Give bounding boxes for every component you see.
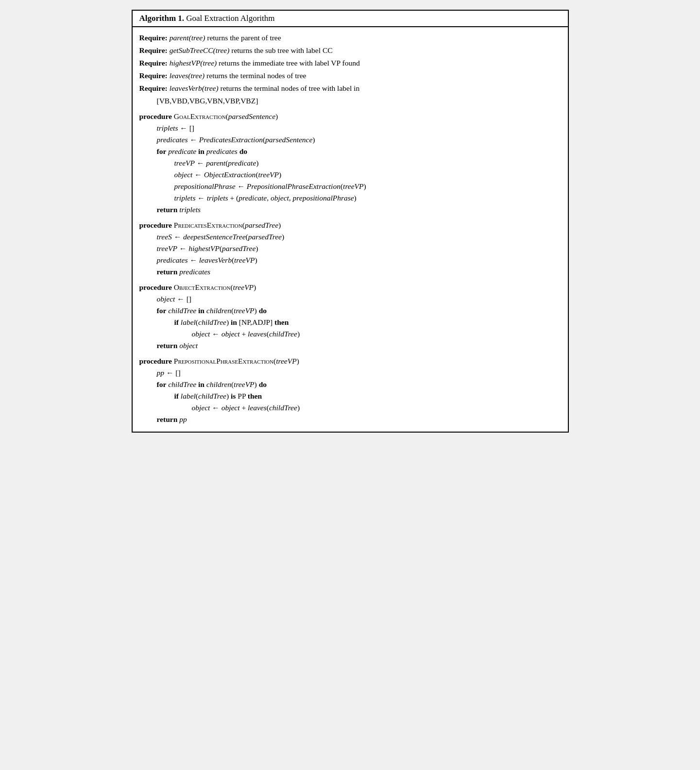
require-func-1: parent(tree) [170,33,205,42]
algorithm-header: Algorithm 1. Goal Extraction Algorithm [133,11,568,27]
line-for-childtree-pp: for childTree in children(treeVP) do [139,379,561,390]
line-pp-init: pp ← [] [139,367,561,379]
procedure-keyword-2: procedure [139,221,174,229]
line-treeS-assign: treeS ← deepestSentenceTree(parsedTree) [139,231,561,243]
proc-name-4: PrepositionalPhraseExtraction [174,357,273,365]
require-keyword-4: Require: [139,71,168,80]
require-func-3: highestVP(tree) [170,59,217,67]
line-for-predicate: for predicate in predicates do [139,146,561,157]
require-desc-2: returns the sub tree with label CC [231,46,332,54]
line-predicates-assign: predicates ← PredicatesExtraction(parsed… [139,134,561,146]
line-if-label-pp: if label(childTree) is PP then [139,390,561,402]
require-desc-1: returns the parent of tree [207,33,281,42]
line-treeVP-assign: treeVP ← parent(predicate) [139,157,561,169]
line-treeVP2-assign: treeVP ← highestVP(parsedTree) [139,243,561,254]
procedure-keyword-1: procedure [139,112,174,120]
require-func-5: leavesVerb(tree) [170,84,219,92]
line-return-triplets: return triplets [139,204,561,216]
require-line-3: Require: highestVP(tree) returns the imm… [139,57,561,69]
algorithm-label: Algorithm 1. [139,14,185,23]
line-triplets-update: triplets ← triplets + (predicate, object… [139,192,561,204]
line-return-pp: return pp [139,414,561,425]
line-pp-assign: prepositionalPhrase ← PrepositionalPhras… [139,181,561,192]
line-triplets-init: triplets ← [] [139,122,561,134]
proc-predicates-header: procedure PredicatesExtraction(parsedTre… [139,219,561,231]
require-label-list: [VB,VBD,VBG,VBN,VBP,VBZ] [139,95,561,107]
procedure-predicates-extraction: procedure PredicatesExtraction(parsedTre… [139,219,561,278]
require-line-4: Require: leaves(tree) returns the termin… [139,70,561,82]
require-func-2: getSubTreeCC(tree) [170,46,230,54]
line-object-update: object ← object + leaves(childTree) [139,328,561,340]
line-return-predicates: return predicates [139,266,561,278]
proc-name-2: PredicatesExtraction [174,221,242,229]
label-list-text: [VB,VBD,VBG,VBN,VBP,VBZ] [157,97,258,105]
proc-param-2: parsedTree [245,221,278,229]
procedure-keyword-4: procedure [139,357,174,365]
line-return-object: return object [139,340,561,352]
algorithm-body: Require: parent(tree) returns the parent… [133,27,568,432]
proc-goal-header: procedure GoalExtraction(parsedSentence) [139,111,561,122]
proc-param-3: treeVP [233,283,254,291]
require-keyword-2: Require: [139,46,168,54]
algorithm-title: Goal Extraction Algorithm [186,14,274,23]
require-desc-5: returns the terminal nodes of tree with … [221,84,360,92]
line-for-childtree: for childTree in children(treeVP) do [139,305,561,317]
proc-object-header: procedure ObjectExtraction(treeVP) [139,282,561,293]
line-object-init: object ← [] [139,293,561,305]
require-func-4: leaves(tree) [170,71,205,80]
require-keyword-5: Require: [139,84,168,92]
require-line-5: Require: leavesVerb(tree) returns the te… [139,83,561,94]
procedure-pp-extraction: procedure PrepositionalPhraseExtraction(… [139,355,561,425]
proc-name-1: GoalExtraction [174,112,226,120]
proc-name-3: ObjectExtraction [174,283,231,291]
line-object-update-pp: object ← object + leaves(childTree) [139,402,561,414]
procedure-goal-extraction: procedure GoalExtraction(parsedSentence)… [139,111,561,216]
require-desc-4: returns the terminal nodes of tree [206,71,306,80]
require-line-2: Require: getSubTreeCC(tree) returns the … [139,45,561,56]
require-desc-3: returns the immediate tree with label VP… [219,59,360,67]
algorithm-box: Algorithm 1. Goal Extraction Algorithm R… [132,10,569,433]
line-if-label: if label(childTree) in [NP,ADJP] then [139,317,561,328]
line-predicates2-assign: predicates ← leavesVerb(treeVP) [139,254,561,266]
proc-param-1: parsedSentence [228,112,275,120]
require-line-1: Require: parent(tree) returns the parent… [139,32,561,44]
proc-pp-header: procedure PrepositionalPhraseExtraction(… [139,355,561,367]
procedure-keyword-3: procedure [139,283,174,291]
line-object-assign: object ← ObjectExtraction(treeVP) [139,169,561,181]
require-keyword-3: Require: [139,59,168,67]
proc-param-4: treeVP [276,357,296,365]
procedure-object-extraction: procedure ObjectExtraction(treeVP) objec… [139,282,561,352]
require-keyword: Require: [139,33,168,42]
